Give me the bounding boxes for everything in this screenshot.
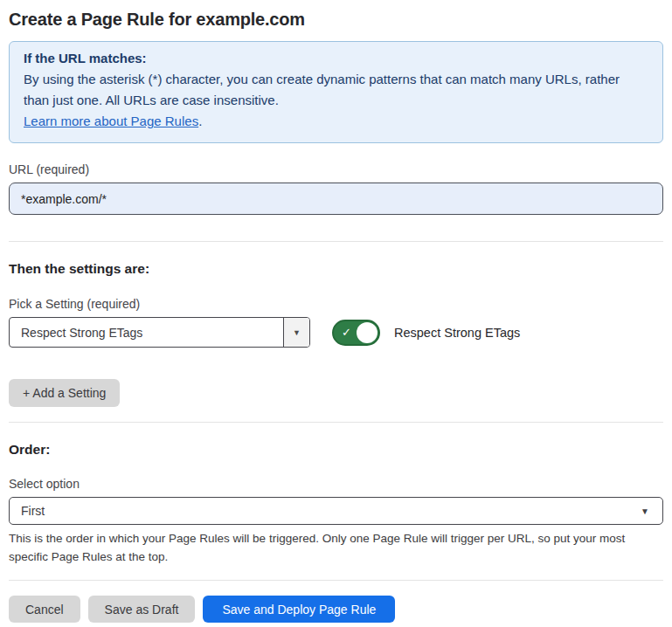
- add-setting-button[interactable]: + Add a Setting: [9, 379, 120, 407]
- setting-select-arrow-button[interactable]: ▼: [283, 318, 309, 347]
- order-help-text: This is the order in which your Page Rul…: [9, 529, 663, 566]
- order-section-heading: Order:: [9, 423, 663, 458]
- cancel-button[interactable]: Cancel: [9, 596, 80, 623]
- divider: [9, 580, 663, 581]
- page-title: Create a Page Rule for example.com: [9, 0, 663, 30]
- info-box-body-text: By using the asterisk (*) character, you…: [24, 72, 620, 107]
- order-select-value: First: [21, 504, 45, 518]
- setting-toggle[interactable]: ✓: [332, 320, 380, 346]
- info-box-link-line: Learn more about Page Rules.: [24, 111, 648, 132]
- setting-select-value: Respect Strong ETags: [10, 318, 283, 347]
- url-field-label: URL (required): [9, 162, 663, 176]
- save-deploy-button[interactable]: Save and Deploy Page Rule: [203, 596, 395, 623]
- url-input[interactable]: [9, 183, 663, 215]
- toggle-knob: [357, 322, 378, 343]
- create-page-rule-form: Create a Page Rule for example.com If th…: [0, 0, 672, 623]
- settings-section-heading: Then the settings are:: [9, 242, 663, 277]
- pick-setting-label: Pick a Setting (required): [9, 297, 663, 311]
- toggle-label: Respect Strong ETags: [394, 326, 520, 340]
- order-select-label: Select option: [9, 477, 663, 491]
- link-suffix: .: [198, 114, 202, 128]
- chevron-down-icon: ▼: [641, 506, 649, 516]
- setting-row: Respect Strong ETags ▼ ✓ Respect Strong …: [9, 317, 663, 348]
- dropdown-arrow-icon: ▼: [293, 328, 301, 337]
- url-match-info-box: If the URL matches: By using the asteris…: [9, 41, 663, 143]
- learn-more-link[interactable]: Learn more about Page Rules: [24, 114, 198, 128]
- info-box-body: By using the asterisk (*) character, you…: [24, 69, 648, 111]
- check-icon: ✓: [342, 327, 351, 338]
- order-select[interactable]: First ▼: [9, 497, 663, 525]
- save-draft-button[interactable]: Save as Draft: [88, 596, 196, 623]
- setting-select[interactable]: Respect Strong ETags ▼: [9, 317, 310, 348]
- footer-actions: Cancel Save as Draft Save and Deploy Pag…: [9, 596, 663, 623]
- info-box-heading: If the URL matches:: [24, 48, 648, 69]
